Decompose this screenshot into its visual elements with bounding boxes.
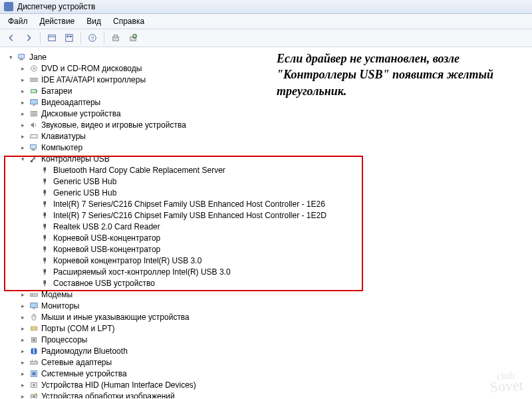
expand-icon[interactable]: ▸ (19, 291, 27, 298)
collapse-icon[interactable]: ▾ (7, 53, 15, 61)
tree-node-cat-15[interactable]: ▸Сетевые адаптеры (3, 356, 532, 368)
tree-node-usb-0[interactable]: Bluetooth Hard Copy Cable Replacement Se… (3, 164, 532, 176)
window-title: Диспетчер устройств (17, 2, 95, 11)
usb-device-icon (41, 188, 51, 198)
monitor-icon (29, 301, 39, 311)
expand-icon[interactable]: ▸ (19, 325, 27, 332)
tree-node-cat-6[interactable]: ▸Клавиатуры (3, 130, 532, 142)
tree-node-usb-8[interactable]: Корневой концентратор Intel(R) USB 3.0 (3, 255, 532, 266)
svg-rect-45 (44, 257, 47, 261)
svg-rect-64 (31, 361, 38, 364)
tree-node-usb-7[interactable]: Корневой USB-концентратор (3, 243, 532, 255)
tree-node-cat-11[interactable]: ▸Мыши и иные указывающие устройства (3, 311, 532, 323)
separator (40, 32, 41, 44)
svg-rect-4 (70, 36, 72, 38)
tree-node-cat-9[interactable]: ▸Модемы (3, 289, 532, 300)
tree-node-label: DVD и CD-ROM дисководы (41, 64, 142, 73)
help-button[interactable]: ? (85, 31, 100, 45)
tree-node-label: Порты (COM и LPT) (41, 324, 115, 333)
menu-view[interactable]: Вид (81, 15, 106, 27)
tree-node-usb-9[interactable]: Расширяемый хост-контроллер Intel(R) USB… (3, 266, 532, 277)
svg-rect-37 (44, 212, 47, 215)
menu-file[interactable]: Файл (3, 15, 33, 27)
svg-rect-3 (67, 36, 69, 38)
device-tree[interactable]: ▾Jane▸DVD и CD-ROM дисководы▸IDE ATA/ATA… (0, 47, 532, 398)
scan-hardware-button[interactable] (108, 31, 123, 45)
tree-node-usb-3[interactable]: Intel(R) 7 Series/C216 Chipset Family US… (3, 198, 532, 209)
expand-icon[interactable]: ▸ (19, 347, 27, 354)
expand-icon[interactable]: ▸ (19, 65, 27, 72)
mouse-icon (29, 313, 39, 322)
svg-rect-58 (31, 327, 37, 330)
expand-icon[interactable]: ▸ (19, 87, 27, 94)
tree-node-label: Процессоры (41, 335, 88, 344)
tree-node-usb-5[interactable]: Realtek USB 2.0 Card Reader (3, 221, 532, 232)
expand-icon[interactable]: ▸ (19, 76, 27, 83)
expand-spacer (31, 245, 39, 253)
tree-node-cat-10[interactable]: ▸Мониторы (3, 300, 532, 311)
expand-icon[interactable]: ▸ (19, 110, 27, 117)
tree-node-cat-4[interactable]: ▸Дисковые устройства (3, 108, 532, 119)
tree-node-usb-4[interactable]: Intel(R) 7 Series/C216 Chipset Family US… (3, 209, 532, 221)
svg-rect-42 (44, 238, 45, 241)
svg-rect-20 (33, 104, 35, 105)
tree-node-cat-8[interactable]: ▾Контроллеры USB (3, 153, 532, 164)
expand-icon[interactable]: ▸ (19, 358, 27, 366)
separator (104, 32, 104, 44)
tree-node-usb-10[interactable]: Составное USB устройство (3, 277, 532, 289)
sound-icon (29, 120, 39, 130)
display-icon (29, 98, 39, 107)
expand-icon[interactable]: ▸ (19, 144, 27, 151)
expand-icon[interactable]: ▸ (19, 370, 27, 377)
svg-rect-46 (44, 261, 45, 263)
menu-help[interactable]: Справка (108, 15, 150, 27)
expand-icon[interactable]: ▸ (19, 392, 27, 398)
tree-node-label: Корневой USB-концентратор (53, 233, 160, 243)
app-icon (4, 2, 13, 11)
tree-node-cat-12[interactable]: ▸Порты (COM и LPT) (3, 323, 532, 334)
tree-node-cat-13[interactable]: ▸Процессоры (3, 334, 532, 345)
tree-node-label: Батареи (41, 86, 72, 96)
tree-node-cat-18[interactable]: ▸Устройства обработки изображений (3, 390, 532, 398)
svg-point-70 (33, 395, 35, 398)
tree-node-label: Intel(R) 7 Series/C216 Chipset Family US… (53, 211, 327, 220)
svg-rect-29 (44, 167, 47, 170)
tree-node-cat-7[interactable]: ▸Компьютер (3, 142, 532, 153)
tree-node-label: Мыши и иные указывающие устройства (41, 313, 190, 322)
usb-device-icon (41, 233, 51, 243)
menu-file-label: Файл (8, 17, 28, 26)
tree-node-cat-16[interactable]: ▸Системные устройства (3, 368, 532, 379)
expand-icon[interactable]: ▸ (19, 121, 27, 128)
back-button[interactable] (4, 31, 19, 45)
tree-node-usb-6[interactable]: Корневой USB-концентратор (3, 232, 532, 243)
forward-button[interactable] (21, 31, 36, 45)
svg-rect-18 (37, 90, 38, 92)
tree-node-label: Расширяемый хост-контроллер Intel(R) USB… (53, 267, 231, 277)
tree-node-label: Видеоадаптеры (41, 98, 100, 107)
tree-node-label: Устройства обработки изображений (41, 392, 175, 399)
svg-rect-48 (44, 272, 45, 275)
tree-node-label: Радиомодули Bluetooth (41, 346, 128, 356)
scan-changes-button[interactable] (126, 31, 140, 45)
tree-node-usb-2[interactable]: Generic USB Hub (3, 187, 532, 198)
expand-icon[interactable]: ▸ (19, 132, 27, 140)
tree-node-cat-14[interactable]: ▸Радиомодули Bluetooth (3, 345, 532, 356)
tree-node-cat-5[interactable]: ▸Звуковые, видео и игровые устройства (3, 119, 532, 130)
view-button[interactable] (62, 31, 76, 45)
tree-node-cat-17[interactable]: ▸Устройства HID (Human Interface Devices… (3, 379, 532, 390)
tree-node-label: Корневой концентратор Intel(R) USB 3.0 (53, 256, 201, 265)
expand-icon[interactable]: ▸ (19, 313, 27, 321)
show-hidden-button[interactable] (45, 31, 59, 45)
expand-icon[interactable]: ▸ (19, 302, 27, 309)
expand-icon[interactable]: ▸ (19, 98, 27, 106)
collapse-icon[interactable]: ▾ (19, 155, 27, 162)
menu-action[interactable]: Действие (35, 15, 80, 27)
expand-icon[interactable]: ▸ (19, 381, 27, 388)
menu-action-label: Действие (40, 17, 75, 26)
svg-rect-38 (44, 215, 45, 218)
expand-icon[interactable]: ▸ (19, 336, 27, 343)
svg-rect-32 (44, 182, 45, 184)
tree-node-usb-1[interactable]: Generic USB Hub (3, 176, 532, 187)
usb-device-icon (41, 177, 51, 186)
tree-node-label: Устройства HID (Human Interface Devices) (41, 380, 196, 390)
